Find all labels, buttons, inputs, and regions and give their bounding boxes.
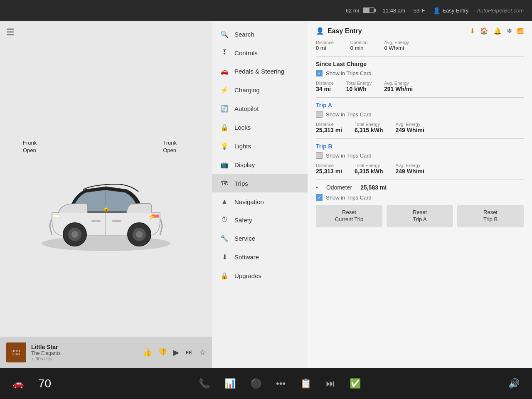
menu-item-safety[interactable]: ⏱ Safety bbox=[212, 211, 308, 229]
upgrades-icon: 🔒 bbox=[220, 272, 229, 280]
bell-icon[interactable]: 🔔 bbox=[493, 27, 502, 35]
trip-b-distance: Distance 25,313 mi bbox=[316, 163, 342, 175]
menu-item-navigation[interactable]: ▲ Navigation bbox=[212, 192, 308, 211]
profile-display: 👤 Easy Entry bbox=[433, 7, 468, 14]
music-wave-icon[interactable]: 📊 bbox=[224, 378, 236, 389]
software-icon: ⬇ bbox=[220, 253, 229, 261]
odometer-checkbox[interactable] bbox=[316, 194, 323, 201]
last-charge-show-trips[interactable]: Show in Trips Card bbox=[316, 70, 524, 76]
frunk-label: Frunk Open bbox=[23, 139, 37, 154]
favorite-button[interactable]: ☆ bbox=[199, 348, 206, 357]
safety-icon: ⏱ bbox=[220, 216, 229, 224]
odometer-dot: • bbox=[316, 184, 318, 191]
menu-item-lights[interactable]: 💡 Lights bbox=[212, 137, 308, 155]
trip-a-avg-energy: Avg. Energy 249 Wh/mi bbox=[396, 122, 424, 133]
reset-trip-b-button[interactable]: ResetTrip B bbox=[457, 205, 524, 227]
trip-a-show-label: Show in Trips Card bbox=[326, 111, 372, 118]
speed-display: 70 bbox=[38, 377, 51, 390]
taskbar-left: 🚗 70 bbox=[12, 377, 51, 390]
phone-icon[interactable]: 📞 bbox=[199, 378, 210, 389]
controls-icon: 🎛 bbox=[220, 49, 229, 57]
svg-rect-10 bbox=[53, 214, 60, 218]
current-duration: Duration 0 min bbox=[350, 40, 368, 51]
trip-a-show-trips[interactable]: Show in Trips Card bbox=[316, 111, 524, 118]
menu-item-service[interactable]: 🔧 Service bbox=[212, 229, 308, 248]
camera-icon[interactable]: ⚫ bbox=[250, 378, 261, 389]
play-button[interactable]: ▶ bbox=[173, 348, 179, 357]
menu-item-search[interactable]: 🔍 Search bbox=[212, 25, 308, 44]
header-icons: ⬇ 🏠 🔔 ❄ 📶 bbox=[470, 27, 524, 35]
trip-b-show-trips[interactable]: Show in Trips Card bbox=[316, 152, 524, 159]
trunk-label: Trunk Open bbox=[163, 139, 177, 154]
trip-a-checkbox[interactable] bbox=[316, 111, 323, 118]
pedals-icon: 🚗 bbox=[220, 67, 229, 75]
time-display: 11:48 am bbox=[383, 7, 405, 14]
car-illustration: ⚡ 🔓 bbox=[27, 146, 185, 254]
car-svg: ⚡ 🔓 bbox=[27, 146, 185, 254]
menu-panel: 🔍 Search 🎛 Controls 🚗 Pedals & Steering … bbox=[212, 21, 308, 368]
song-artist: The Elegants bbox=[31, 350, 138, 356]
profile-icon: 👤 bbox=[316, 27, 324, 35]
next-button[interactable]: ⏭ bbox=[185, 348, 193, 357]
last-charge-checkbox[interactable] bbox=[316, 70, 323, 76]
volume-icon[interactable]: 🔊 bbox=[508, 378, 520, 389]
current-distance: Distance 0 mi bbox=[316, 40, 334, 51]
menu-item-upgrades[interactable]: 🔒 Upgrades bbox=[212, 266, 308, 285]
trip-b-avg-energy: Avg. Energy 249 Wh/mi bbox=[396, 163, 424, 175]
last-charge-title: Since Last Charge bbox=[316, 61, 524, 67]
menu-item-display[interactable]: 📺 Display bbox=[212, 155, 308, 174]
menu-item-autopilot[interactable]: 🔄 Autopilot bbox=[212, 99, 308, 118]
svg-rect-8 bbox=[91, 220, 101, 222]
menu-item-locks[interactable]: 🔒 Locks bbox=[212, 118, 308, 137]
play-next-icon[interactable]: ⏭ bbox=[326, 378, 335, 389]
trip-a-stats: Distance 25,313 mi Total Energy 6,315 kW… bbox=[316, 122, 524, 133]
reset-current-trip-button[interactable]: ResetCurrent Trip bbox=[316, 205, 382, 227]
thumbs-down-button[interactable]: 👎 bbox=[158, 348, 167, 357]
trip-a-energy: Total Energy 6,315 kWh bbox=[355, 122, 383, 133]
menu-item-software[interactable]: ⬇ Software bbox=[212, 248, 308, 266]
service-icon: 🔧 bbox=[220, 234, 229, 242]
car-panel: ☰ bbox=[0, 21, 212, 368]
taskbar-center: 📞 📊 ⚫ ••• 📋 ⏭ ✅ bbox=[51, 378, 508, 389]
music-player: LITTLESTAR Little Star The Elegants ♪ '9… bbox=[0, 337, 212, 368]
menu-icon[interactable]: ☰ bbox=[6, 27, 15, 38]
charging-icon: ⚡ bbox=[220, 86, 229, 94]
status-bar: 62 mi 11:48 am 53°F 👤 Easy Entry AutoHel… bbox=[0, 0, 532, 21]
trip-b-title[interactable]: Trip B bbox=[316, 143, 524, 150]
svg-point-0 bbox=[42, 236, 170, 251]
check-icon[interactable]: ✅ bbox=[350, 378, 361, 389]
main-content: ☰ bbox=[0, 21, 532, 368]
menu-item-pedals[interactable]: 🚗 Pedals & Steering bbox=[212, 62, 308, 81]
last-charge-show-label: Show in Trips Card bbox=[326, 70, 372, 76]
download-icon[interactable]: ⬇ bbox=[470, 27, 475, 35]
car-icon[interactable]: 🚗 bbox=[12, 378, 24, 389]
trip-b-energy: Total Energy 6,315 kWh bbox=[355, 163, 383, 175]
trip-b-checkbox[interactable] bbox=[316, 152, 323, 159]
watermark: AutoHelperBot.com bbox=[477, 7, 524, 14]
album-art: LITTLESTAR bbox=[6, 342, 26, 362]
mileage-display: 62 mi bbox=[346, 7, 374, 14]
taskbar: 🚗 70 📞 📊 ⚫ ••• 📋 ⏭ ✅ 🔊 bbox=[0, 368, 532, 399]
current-avg-energy: Avg. Energy 0 Wh/mi bbox=[384, 40, 409, 51]
odometer-show-trips[interactable]: Show in Trips Card bbox=[316, 194, 524, 201]
home-icon[interactable]: 🏠 bbox=[480, 27, 488, 35]
panel-header: 👤 Easy Entry ⬇ 🏠 🔔 ❄ 📶 bbox=[316, 27, 524, 35]
trips-icon: 🗺 bbox=[220, 180, 229, 187]
trip-b-stats: Distance 25,313 mi Total Energy 6,315 kW… bbox=[316, 163, 524, 175]
navigation-icon: ▲ bbox=[220, 198, 229, 205]
snow-icon[interactable]: ❄ bbox=[507, 27, 512, 35]
trip-a-title[interactable]: Trip A bbox=[316, 102, 524, 108]
song-title: Little Star bbox=[31, 344, 138, 350]
last-charge-avg-energy: Avg. Energy 291 Wh/mi bbox=[384, 81, 413, 92]
menu-item-trips[interactable]: 🗺 Trips bbox=[212, 174, 308, 192]
reset-trip-a-button[interactable]: ResetTrip A bbox=[387, 205, 453, 227]
trip-b-show-label: Show in Trips Card bbox=[326, 153, 372, 159]
dots-icon[interactable]: ••• bbox=[276, 378, 286, 389]
menu-item-controls[interactable]: 🎛 Controls bbox=[212, 44, 308, 62]
last-charge-stats: Distance 34 mi Total Energy 10 kWh Avg. … bbox=[316, 81, 524, 92]
svg-text:🔓: 🔓 bbox=[103, 205, 110, 212]
menu-item-charging[interactable]: ⚡ Charging bbox=[212, 81, 308, 99]
thumbs-up-button[interactable]: 👍 bbox=[143, 348, 152, 357]
odometer-row: • Odometer 25,583 mi bbox=[316, 184, 524, 191]
clipboard-icon[interactable]: 📋 bbox=[300, 378, 311, 389]
